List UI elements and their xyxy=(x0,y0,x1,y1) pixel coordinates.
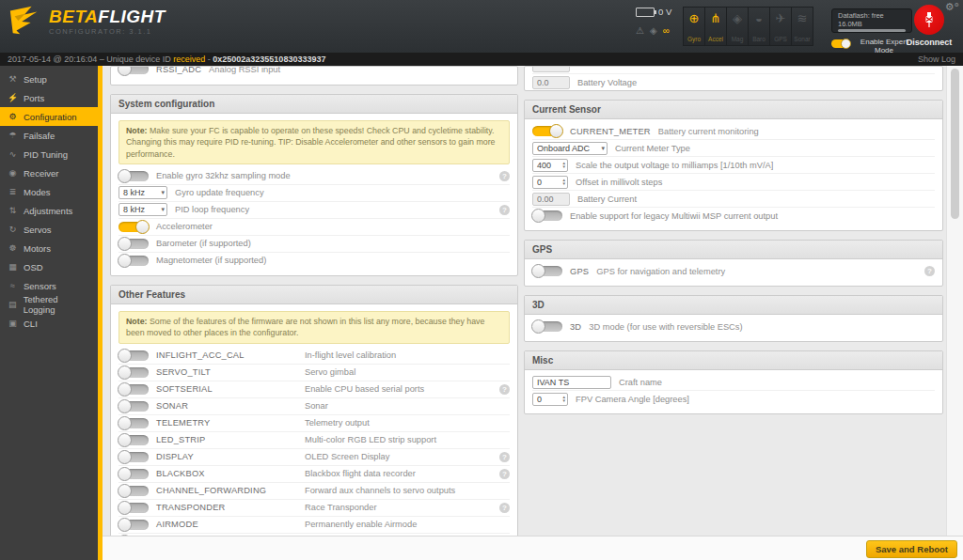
system-configuration-section: System configuration Note: Make sure you… xyxy=(110,94,518,276)
display-toggle[interactable] xyxy=(118,452,149,462)
pid-frequency-row: 8 kHz▾ PID loop frequency ? xyxy=(118,202,510,219)
sonar-toggle[interactable] xyxy=(118,401,149,412)
feature-row-airmode: AIRMODEPermanently enable Airmode xyxy=(118,517,510,534)
feature-row-display: DISPLAYOLED Screen Display? xyxy=(118,449,510,466)
current-offset-row: 0▲▼ Offset in millivolt steps xyxy=(532,174,935,191)
vertical-scrollbar[interactable] xyxy=(946,66,963,537)
gps-row: GPS GPS for navigation and telemetry ? xyxy=(532,263,935,279)
sidebar-item-configuration[interactable]: ⚙Configuration xyxy=(0,107,98,126)
stepper-arrows: ▲▼ xyxy=(562,396,566,403)
rssi-adc-toggle[interactable] xyxy=(118,66,149,74)
help-icon[interactable]: ? xyxy=(499,469,510,479)
sidebar-item-failsafe[interactable]: ☂Failsafe xyxy=(0,126,98,145)
led-strip-toggle[interactable] xyxy=(118,435,149,445)
servo-tilt-toggle[interactable] xyxy=(118,367,149,378)
current-scale-input[interactable]: 400▲▼ xyxy=(532,159,568,172)
barometer-toggle[interactable] xyxy=(118,239,149,249)
disconnect-label: Disconnect xyxy=(901,38,957,47)
battery-icon xyxy=(636,8,655,17)
pid-tuning-icon: ∿ xyxy=(8,149,18,159)
dataflash-title: Dataflash: free xyxy=(838,11,906,20)
betaflight-configurator-window: BETAFLIGHT CONFIGURATOR: 3.1.1 0 V ⚠ ◈ ∞… xyxy=(0,0,963,560)
dataflash-size: 16.0MB xyxy=(838,20,906,28)
channel-forwarding-toggle[interactable] xyxy=(118,486,149,496)
ports-icon: ⚡ xyxy=(8,93,18,102)
help-icon[interactable]: ? xyxy=(499,171,510,181)
sidebar-item-receiver[interactable]: ◉Receiver xyxy=(0,163,98,182)
chevron-down-icon: ▾ xyxy=(597,145,605,152)
help-icon[interactable]: ? xyxy=(499,452,510,462)
link-icon: ∞ xyxy=(663,25,670,36)
sidebar-item-modes[interactable]: ≣Modes xyxy=(0,182,98,201)
current-sensor-section: Current Sensor CURRENT_METER Battery cur… xyxy=(524,100,943,231)
current-offset-input[interactable]: 0▲▼ xyxy=(532,176,568,189)
battery-voltage-row: 0.0 Battery Voltage xyxy=(532,74,935,90)
help-icon[interactable]: ? xyxy=(499,205,510,215)
pid-loop-frequency-select[interactable]: 8 kHz▾ xyxy=(118,203,167,216)
section-title: System configuration xyxy=(111,95,517,114)
legacy-msp-toggle[interactable] xyxy=(532,210,562,221)
section-title: Current Sensor xyxy=(525,101,942,119)
sensor-indicator-baro: ◒ Baro xyxy=(748,7,770,46)
setup-icon: ⚒ xyxy=(8,74,18,84)
settings-gear-icon[interactable]: ⚙⚙ xyxy=(945,1,959,13)
current-meter-toggle[interactable] xyxy=(532,126,562,136)
gps-icon: ✈ xyxy=(776,12,786,24)
sidebar-item-setup[interactable]: ⚒Setup xyxy=(0,70,98,88)
gyro-frequency-row: 8 kHz▾ Gyro update frequency xyxy=(118,185,510,202)
expert-mode-toggle[interactable] xyxy=(831,39,850,48)
sidebar-item-tethered-logging[interactable]: ▤Tethered Logging xyxy=(0,295,98,314)
hawk-logo-icon xyxy=(8,4,43,39)
magnetometer-toggle[interactable] xyxy=(118,256,149,266)
accelerometer-toggle[interactable] xyxy=(118,222,149,232)
help-icon[interactable]: ? xyxy=(499,384,510,395)
voltage-scale-input-partial[interactable] xyxy=(532,66,570,72)
scrollbar-thumb[interactable] xyxy=(951,69,959,219)
softserial-toggle[interactable] xyxy=(118,384,149,395)
sensor-indicator-mag: ◈ Mag xyxy=(726,7,749,46)
craft-name-row: Craft name xyxy=(532,374,935,391)
blackbox-toggle[interactable] xyxy=(118,469,149,479)
telemetry-toggle[interactable] xyxy=(118,418,149,428)
gyro-update-frequency-select[interactable]: 8 kHz▾ xyxy=(118,186,167,199)
help-icon[interactable]: ? xyxy=(924,266,935,276)
sidebar-item-pid-tuning[interactable]: ∿PID Tuning xyxy=(0,145,98,163)
current-meter-type-select[interactable]: Onboard ADC▾ xyxy=(532,142,608,155)
sidebar-item-cli[interactable]: ▣CLI xyxy=(0,314,98,333)
status-message-prefix: 2017-05-14 @ 20:16:04 – Unique device ID xyxy=(8,54,173,64)
other-features-note: Note: Some of the features of the firmwa… xyxy=(118,311,510,344)
inflight-acc-cal-toggle[interactable] xyxy=(118,350,149,361)
feature-row-servo-tilt: SERVO_TILTServo gimbal xyxy=(118,365,510,381)
fpv-camera-angle-input[interactable]: 0▲▼ xyxy=(532,393,568,406)
airmode-toggle[interactable] xyxy=(118,520,149,530)
fpv-camera-angle-row: 0▲▼ FPV Camera Angle [degrees] xyxy=(532,391,935,407)
status-highlight: received xyxy=(173,54,205,64)
modes-icon: ≣ xyxy=(8,187,18,196)
misc-section: Misc Craft name 0▲▼ FPV Camera Angle [de… xyxy=(524,350,943,414)
sidebar-item-sensors[interactable]: ≈Sensors xyxy=(0,276,98,295)
3d-toggle[interactable] xyxy=(532,321,562,332)
sidebar-item-servos[interactable]: ↻Servos xyxy=(0,220,98,239)
chevron-down-icon: ▾ xyxy=(157,189,165,196)
feature-description: Analog RSSI input xyxy=(209,66,510,74)
brand-beta: BETA xyxy=(49,7,98,26)
stepper-arrows: ▲▼ xyxy=(562,162,566,169)
help-icon[interactable]: ? xyxy=(499,503,510,513)
current-scale-row: 400▲▼ Scale the output voltage to millia… xyxy=(532,157,935,174)
feature-row-telemetry: TELEMETRYTelemetry output xyxy=(118,415,510,432)
sensor-indicator-gps: ✈ GPS xyxy=(769,7,792,46)
3d-row: 3D 3D mode (for use with reversible ESCs… xyxy=(532,319,935,334)
failsafe-icon: ◈ xyxy=(650,25,657,36)
gyro-32khz-toggle[interactable] xyxy=(118,171,149,181)
save-and-reboot-button[interactable]: Save and Reboot xyxy=(866,540,957,558)
sidebar-item-ports[interactable]: ⚡Ports xyxy=(0,88,98,107)
show-log-button[interactable]: Show Log xyxy=(918,53,955,66)
configuration-tab-content: RSSI_ADC Analog RSSI input System config… xyxy=(103,66,947,537)
sidebar-item-osd[interactable]: ▦OSD xyxy=(0,257,98,276)
gps-toggle[interactable] xyxy=(532,266,562,276)
transponder-toggle[interactable] xyxy=(118,503,149,513)
craft-name-input[interactable] xyxy=(532,376,611,389)
sidebar-item-adjustments[interactable]: ⇅Adjustments xyxy=(0,201,98,220)
feature-row-transponder: TRANSPONDERRace Transponder? xyxy=(118,500,510,517)
sidebar-item-motors[interactable]: ☸Motors xyxy=(0,239,98,257)
